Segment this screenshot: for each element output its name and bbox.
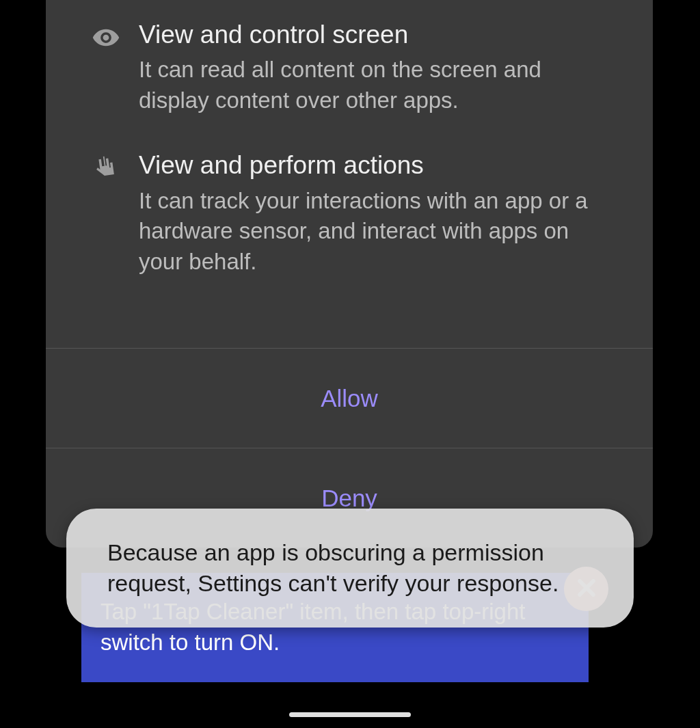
permission-description: It can track your interactions with an a… bbox=[139, 186, 612, 278]
hand-icon bbox=[73, 150, 139, 183]
home-indicator[interactable] bbox=[289, 712, 411, 717]
permission-list: View and control screen It can read all … bbox=[46, 0, 653, 348]
permission-item-perform-actions: View and perform actions It can track yo… bbox=[46, 116, 653, 277]
permission-title: View and perform actions bbox=[139, 150, 612, 181]
eye-icon bbox=[73, 19, 139, 52]
toast-text: Because an app is obscuring a permission… bbox=[107, 537, 593, 599]
permission-title: View and control screen bbox=[139, 19, 612, 51]
permission-text: View and control screen It can read all … bbox=[139, 19, 625, 116]
permission-description: It can read all content on the screen an… bbox=[139, 55, 612, 116]
allow-button[interactable]: Allow bbox=[46, 348, 653, 448]
permission-text: View and perform actions It can track yo… bbox=[139, 150, 625, 277]
system-toast: Because an app is obscuring a permission… bbox=[66, 509, 634, 628]
accessibility-permission-dialog: View and control screen It can read all … bbox=[46, 0, 653, 548]
permission-item-view-control: View and control screen It can read all … bbox=[46, 0, 653, 116]
